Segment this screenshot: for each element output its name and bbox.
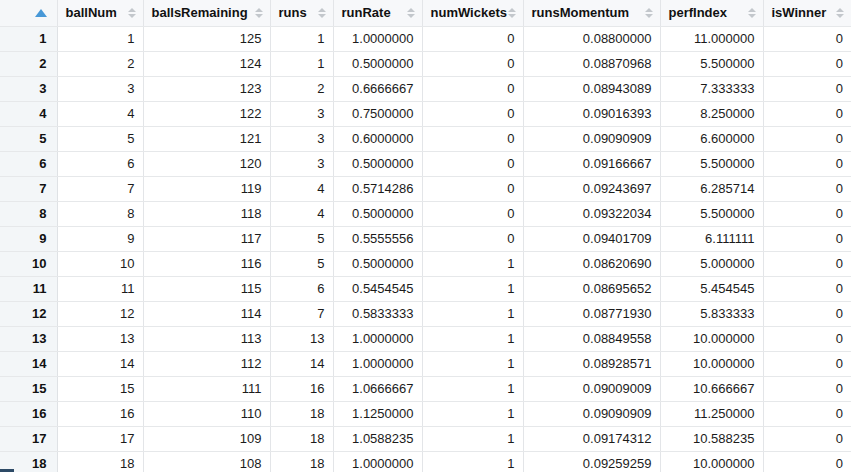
sort-toggle-icon	[318, 8, 326, 18]
data-cell-numWickets: 1	[422, 276, 523, 301]
sort-toggle-icon	[407, 8, 415, 18]
data-cell-ballNum: 4	[57, 101, 143, 126]
data-table: ballNumballsRemainingrunsrunRatenumWicke…	[0, 0, 851, 472]
data-cell-ballNum: 6	[57, 151, 143, 176]
data-cell-isWinner: 0	[763, 101, 851, 126]
data-cell-ballNum: 8	[57, 201, 143, 226]
data-cell-runs: 7	[270, 301, 333, 326]
column-header-perfIndex[interactable]: perfIndex	[660, 0, 763, 26]
data-cell-isWinner: 0	[763, 301, 851, 326]
data-cell-ballsRemaining: 115	[143, 276, 270, 301]
column-header-label: numWickets	[431, 5, 507, 20]
data-cell-perfIndex: 10.000000	[660, 326, 763, 351]
data-cell-runsMomentum: 0.09009009	[523, 376, 660, 401]
sort-toggle-icon	[128, 8, 136, 18]
data-cell-isWinner: 0	[763, 126, 851, 151]
column-header-ballsRemaining[interactable]: ballsRemaining	[143, 0, 270, 26]
data-cell-runs: 6	[270, 276, 333, 301]
data-cell-runs: 5	[270, 251, 333, 276]
data-cell-runRate: 0.5454545	[333, 276, 422, 301]
data-cell-perfIndex: 7.333333	[660, 76, 763, 101]
data-cell-runsMomentum: 0.09401709	[523, 226, 660, 251]
data-cell-runs: 3	[270, 151, 333, 176]
data-cell-runsMomentum: 0.09090909	[523, 126, 660, 151]
data-cell-ballsRemaining: 120	[143, 151, 270, 176]
data-cell-runs: 18	[270, 426, 333, 451]
data-cell-numWickets: 1	[422, 351, 523, 376]
data-cell-isWinner: 0	[763, 251, 851, 276]
sort-toggle-icon	[255, 8, 263, 18]
data-cell-numWickets: 1	[422, 401, 523, 426]
data-cell-runRate: 0.5000000	[333, 251, 422, 276]
row-number-cell: 13	[0, 326, 57, 351]
data-cell-runs: 3	[270, 126, 333, 151]
column-header-label: ballNum	[66, 5, 117, 20]
data-cell-ballsRemaining: 113	[143, 326, 270, 351]
data-cell-ballNum: 2	[57, 51, 143, 76]
data-cell-isWinner: 0	[763, 351, 851, 376]
data-cell-runRate: 1.0588235	[333, 426, 422, 451]
table-row: 1818108181.000000010.0925925910.0000000	[0, 451, 851, 472]
data-cell-runsMomentum: 0.08943089	[523, 76, 660, 101]
data-cell-runRate: 1.0000000	[333, 26, 422, 51]
data-cell-ballsRemaining: 119	[143, 176, 270, 201]
data-cell-runsMomentum: 0.09174312	[523, 426, 660, 451]
column-header-numWickets[interactable]: numWickets	[422, 0, 523, 26]
row-number-cell: 3	[0, 76, 57, 101]
data-cell-isWinner: 0	[763, 376, 851, 401]
row-number-cell: 15	[0, 376, 57, 401]
column-header-runRate[interactable]: runRate	[333, 0, 422, 26]
data-cell-perfIndex: 5.000000	[660, 251, 763, 276]
data-cell-perfIndex: 5.500000	[660, 51, 763, 76]
row-number-cell: 2	[0, 51, 57, 76]
table-row: 2212410.500000000.088709685.5000000	[0, 51, 851, 76]
data-cell-isWinner: 0	[763, 76, 851, 101]
column-header-runs[interactable]: runs	[270, 0, 333, 26]
data-cell-ballNum: 14	[57, 351, 143, 376]
column-header-isWinner[interactable]: isWinner	[763, 0, 851, 26]
table-header: ballNumballsRemainingrunsrunRatenumWicke…	[0, 0, 851, 26]
data-cell-runs: 4	[270, 176, 333, 201]
table-row: 6612030.500000000.091666675.5000000	[0, 151, 851, 176]
data-cell-runsMomentum: 0.08695652	[523, 276, 660, 301]
data-cell-isWinner: 0	[763, 426, 851, 451]
table-row: 4412230.750000000.090163938.2500000	[0, 101, 851, 126]
data-cell-perfIndex: 5.833333	[660, 301, 763, 326]
column-header-ballNum[interactable]: ballNum	[57, 0, 143, 26]
data-cell-runsMomentum: 0.09243697	[523, 176, 660, 201]
row-number-cell: 16	[0, 401, 57, 426]
table-row: 7711940.571428600.092436976.2857140	[0, 176, 851, 201]
data-cell-runs: 2	[270, 76, 333, 101]
column-header-runsMomentum[interactable]: runsMomentum	[523, 0, 660, 26]
data-cell-numWickets: 0	[422, 151, 523, 176]
data-cell-numWickets: 0	[422, 126, 523, 151]
data-cell-runRate: 1.0000000	[333, 451, 422, 472]
data-cell-isWinner: 0	[763, 276, 851, 301]
data-cell-ballsRemaining: 116	[143, 251, 270, 276]
table-row: 111111560.545454510.086956525.4545450	[0, 276, 851, 301]
data-cell-runsMomentum: 0.08849558	[523, 326, 660, 351]
row-number-column-header[interactable]	[0, 0, 57, 26]
column-header-label: runs	[279, 5, 307, 20]
row-number-cell: 17	[0, 426, 57, 451]
row-number-cell: 9	[0, 226, 57, 251]
data-cell-isWinner: 0	[763, 51, 851, 76]
sort-toggle-icon	[836, 8, 844, 18]
data-cell-runRate: 0.6666667	[333, 76, 422, 101]
data-cell-ballsRemaining: 125	[143, 26, 270, 51]
data-cell-numWickets: 0	[422, 176, 523, 201]
data-cell-runsMomentum: 0.09166667	[523, 151, 660, 176]
row-number-cell: 4	[0, 101, 57, 126]
data-cell-ballsRemaining: 123	[143, 76, 270, 101]
data-cell-ballNum: 11	[57, 276, 143, 301]
data-cell-numWickets: 1	[422, 451, 523, 472]
data-cell-ballNum: 15	[57, 376, 143, 401]
table-body: 1112511.000000000.0880000011.00000002212…	[0, 26, 851, 472]
row-number-cell: 6	[0, 151, 57, 176]
data-cell-isWinner: 0	[763, 401, 851, 426]
data-cell-runRate: 1.0000000	[333, 351, 422, 376]
data-cell-runs: 18	[270, 451, 333, 472]
data-cell-runsMomentum: 0.08620690	[523, 251, 660, 276]
data-cell-ballNum: 1	[57, 26, 143, 51]
data-cell-isWinner: 0	[763, 26, 851, 51]
